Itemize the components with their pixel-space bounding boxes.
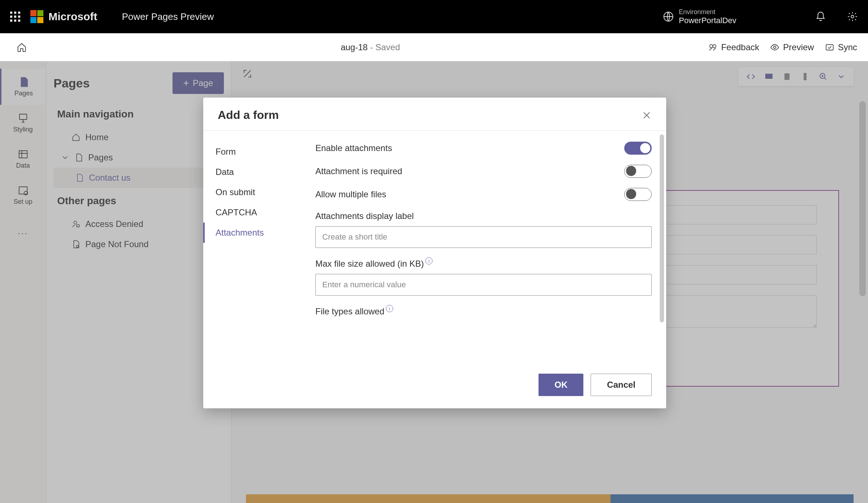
svg-point-1	[851, 15, 854, 18]
app-title: Power Pages Preview	[122, 11, 214, 22]
tab-data[interactable]: Data	[203, 162, 308, 182]
info-icon[interactable]: i	[386, 305, 393, 312]
modal-content: Enable attachments Attachment is require…	[308, 131, 666, 366]
display-label-input[interactable]	[315, 226, 652, 248]
info-icon[interactable]: i	[425, 257, 433, 265]
enable-attachments-label: Enable attachments	[315, 143, 392, 153]
preview-button[interactable]: Preview	[770, 42, 814, 52]
tab-attachments[interactable]: Attachments	[203, 223, 308, 243]
sync-button[interactable]: Sync	[825, 42, 857, 52]
microsoft-logo: Microsoft	[30, 10, 97, 23]
max-size-input[interactable]	[315, 274, 652, 296]
environment-picker[interactable]: Environment PowerPortalDev	[652, 8, 736, 25]
display-label-label: Attachments display label	[315, 211, 652, 221]
app-launcher-icon[interactable]	[10, 12, 20, 22]
max-size-label: Max file size allowed (in KB) i	[315, 259, 652, 269]
globe-icon	[663, 11, 674, 22]
eye-icon	[770, 43, 779, 52]
cancel-button[interactable]: Cancel	[591, 374, 652, 396]
close-icon	[642, 110, 652, 120]
svg-rect-5	[826, 44, 833, 50]
doc-name: aug-18	[341, 42, 368, 52]
bell-icon[interactable]	[815, 11, 826, 22]
environment-label: Environment	[679, 8, 736, 16]
brand-text: Microsoft	[48, 10, 97, 23]
feedback-icon	[708, 43, 718, 52]
allow-multiple-label: Allow multiple files	[315, 189, 386, 199]
attachment-required-label: Attachment is required	[315, 166, 402, 176]
global-topbar: Microsoft Power Pages Preview Environmen…	[0, 0, 868, 33]
svg-point-4	[774, 46, 776, 48]
enable-attachments-toggle[interactable]	[624, 142, 652, 155]
gear-icon[interactable]	[847, 11, 858, 22]
document-title: aug-18 - Saved	[33, 42, 708, 52]
ok-button[interactable]: OK	[539, 374, 583, 396]
microsoft-logo-icon	[30, 10, 43, 23]
allow-multiple-toggle[interactable]	[624, 188, 652, 201]
modal-tabs: Form Data On submit CAPTCHA Attachments	[203, 131, 308, 366]
save-status: - Saved	[368, 42, 400, 52]
tab-form[interactable]: Form	[203, 142, 308, 162]
command-bar: aug-18 - Saved Feedback Preview Sync	[0, 33, 868, 61]
environment-name: PowerPortalDev	[679, 16, 736, 25]
close-button[interactable]	[642, 110, 652, 120]
svg-point-2	[710, 44, 713, 48]
modal-scrollbar[interactable]	[660, 134, 664, 322]
tab-on-submit[interactable]: On submit	[203, 182, 308, 202]
file-types-label: File types allowed i	[315, 306, 652, 317]
add-form-modal: Add a form Form Data On submit CAPTCHA A…	[203, 98, 666, 408]
attachment-required-toggle[interactable]	[624, 165, 652, 178]
modal-title: Add a form	[218, 108, 279, 122]
tab-captcha[interactable]: CAPTCHA	[203, 202, 308, 223]
sync-icon	[825, 43, 834, 52]
home-icon[interactable]	[17, 42, 27, 52]
feedback-button[interactable]: Feedback	[708, 42, 759, 52]
svg-point-3	[713, 44, 716, 48]
modal-overlay: Add a form Form Data On submit CAPTCHA A…	[0, 61, 868, 503]
